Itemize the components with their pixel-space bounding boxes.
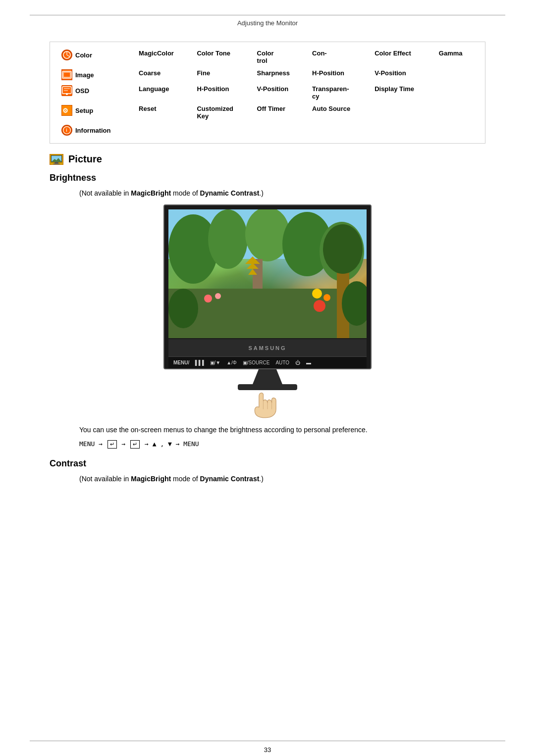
- nav-submenu-item: Gamma: [435, 47, 478, 67]
- nav-item-cell: i Information: [57, 122, 135, 138]
- monitor-display: SAMSUNG MENU/ ▐▐▐ ▣/▼ ▲/Φ ▣/SOURCE AUTO …: [163, 204, 372, 415]
- table-row: Color MagicColor Color Tone Colortrol Co…: [57, 47, 478, 67]
- svg-point-27: [204, 295, 212, 302]
- monitor-screen: [168, 209, 367, 338]
- nav-submenu-item: Sharpness: [253, 67, 308, 83]
- info-icon: i: [61, 125, 72, 136]
- control-menu: MENU/: [173, 360, 189, 365]
- nav-submenu-item: Reset: [135, 102, 193, 122]
- monitor-stand: [253, 369, 282, 384]
- monitor-hand: [248, 390, 287, 415]
- control-auto: AUTO: [275, 360, 289, 365]
- menu-path-enter2: ↵: [130, 440, 140, 449]
- svg-rect-15: [54, 163, 60, 164]
- nav-item-label: Image: [75, 71, 94, 79]
- page-container: Adjusting the Monitor: [0, 15, 535, 756]
- menu-path: MENU → ↵ → ↵ → ▲ , ▼ → MENU: [79, 440, 456, 449]
- nav-table: Color MagicColor Color Tone Colortrol Co…: [57, 47, 478, 138]
- samsung-logo: SAMSUNG: [248, 345, 286, 351]
- nav-item-cell: ⚙ Setup: [57, 102, 135, 122]
- svg-point-32: [323, 224, 363, 274]
- nav-submenu-item: V-Position: [371, 67, 435, 83]
- table-row: i Information: [57, 122, 478, 138]
- nav-submenu-item: Colortrol: [253, 47, 308, 67]
- nav-submenu-item: Fine: [193, 67, 253, 83]
- nav-submenu-item: Coarse: [135, 67, 193, 83]
- page-header: Adjusting the Monitor: [0, 15, 535, 32]
- nav-item-cell: OSD: [57, 83, 135, 102]
- menu-path-enter1: ↵: [107, 440, 117, 449]
- contrast-note: (Not available in MagicBright mode of Dy…: [79, 475, 456, 483]
- svg-point-30: [323, 294, 330, 301]
- monitor-outer: SAMSUNG MENU/ ▐▐▐ ▣/▼ ▲/Φ ▣/SOURCE AUTO …: [163, 204, 372, 369]
- nav-submenu-item: V-Position: [253, 83, 308, 102]
- monitor-controls-bar: MENU/ ▐▐▐ ▣/▼ ▲/Φ ▣/SOURCE AUTO ⏻ ▬: [168, 356, 367, 368]
- nav-submenu-item: Color Tone: [193, 47, 253, 67]
- svg-text:i: i: [66, 128, 67, 133]
- image-icon: [61, 69, 72, 80]
- svg-rect-3: [62, 87, 71, 94]
- svg-point-6: [66, 93, 68, 95]
- nav-item-cell: Image: [57, 67, 135, 83]
- table-row: ⚙ Setup Reset CustomizedKey Off Timer Au…: [57, 102, 478, 122]
- svg-rect-2: [63, 72, 70, 77]
- picture-heading: Picture: [50, 153, 485, 165]
- table-row: OSD Language H-Position V-Position Trans…: [57, 83, 478, 102]
- nav-item-label: Color: [75, 51, 92, 59]
- control-sep3: ▣/SOURCE: [243, 360, 270, 365]
- svg-point-18: [208, 209, 248, 269]
- nav-submenu-item: CustomizedKey: [193, 102, 253, 122]
- control-power: ⏻: [295, 360, 300, 365]
- table-row: Image Coarse Fine Sharpness H-Position V…: [57, 67, 478, 83]
- nav-submenu-item: Color Effect: [371, 47, 435, 67]
- control-sep2: ▲/Φ: [226, 360, 237, 365]
- nav-submenu-item: Transparen-cy: [308, 83, 371, 102]
- setup-icon: ⚙: [61, 105, 72, 116]
- color-icon: [61, 50, 72, 60]
- svg-point-33: [168, 289, 198, 328]
- control-bars: ▐▐▐: [193, 360, 204, 365]
- brightness-heading: Brightness: [50, 173, 485, 183]
- nav-submenu-item: Display Time: [371, 83, 435, 102]
- monitor-image-wrapper: SAMSUNG MENU/ ▐▐▐ ▣/▼ ▲/Φ ▣/SOURCE AUTO …: [50, 204, 485, 415]
- control-minus: ▬: [306, 360, 311, 365]
- nav-submenu-item: H-Position: [193, 83, 253, 102]
- brightness-description: You can use the on-screen menus to chang…: [79, 425, 456, 435]
- svg-point-19: [245, 209, 290, 261]
- bottom-rule: [30, 741, 505, 741]
- contrast-heading: Contrast: [50, 458, 485, 469]
- svg-point-29: [312, 289, 322, 299]
- header-title: Adjusting the Monitor: [237, 19, 298, 27]
- osd-icon: [61, 85, 72, 96]
- svg-point-28: [215, 293, 221, 299]
- nav-item-label: OSD: [75, 87, 89, 95]
- control-sep1: ▣/▼: [210, 360, 221, 365]
- nav-item-cell: Color: [57, 47, 135, 67]
- svg-rect-14: [54, 162, 58, 163]
- nav-item-label: Information: [75, 127, 111, 134]
- nav-submenu-item: MagicColor: [135, 47, 193, 67]
- nav-submenu-item: Auto Source: [308, 102, 371, 122]
- picture-heading-text: Picture: [68, 153, 102, 165]
- nav-submenu-item: Language: [135, 83, 193, 102]
- nav-submenu-item: Con-: [308, 47, 371, 67]
- page-number: 33: [0, 746, 535, 754]
- monitor-foot: [238, 384, 297, 390]
- picture-section-icon: [50, 154, 63, 165]
- nav-item-label: Setup: [75, 107, 93, 114]
- nav-table-wrapper: Color MagicColor Color Tone Colortrol Co…: [50, 42, 485, 144]
- svg-point-35: [314, 300, 325, 312]
- nav-submenu-item: Off Timer: [253, 102, 308, 122]
- nav-submenu-item: H-Position: [308, 67, 371, 83]
- brightness-note: (Not available in MagicBright mode of Dy…: [79, 189, 456, 197]
- svg-text:⚙: ⚙: [62, 107, 68, 114]
- monitor-bezel-bottom: SAMSUNG: [168, 339, 367, 356]
